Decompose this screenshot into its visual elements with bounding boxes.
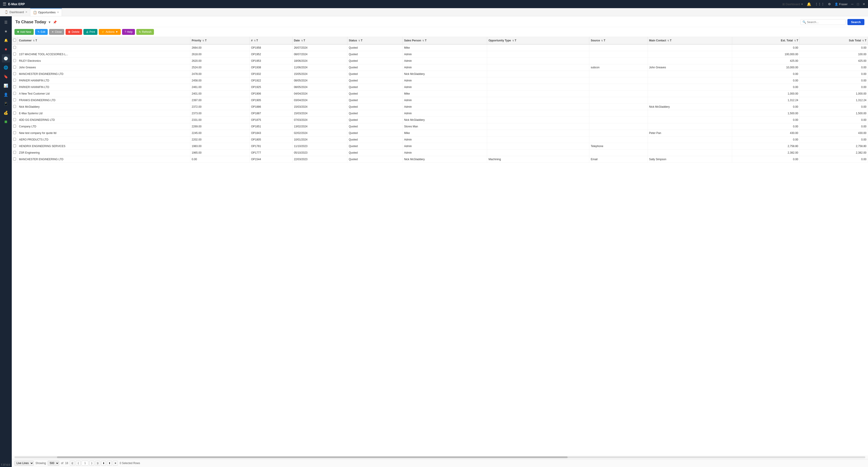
print-button[interactable]: 🖨 Print: [84, 29, 98, 35]
title-pin-icon[interactable]: 📌: [53, 20, 57, 24]
prev-page-button[interactable]: ⟨: [76, 461, 81, 466]
table-row[interactable]: 2664.00OP195826/07/2024QuotedMike0.000.0…: [12, 45, 868, 51]
search-button[interactable]: Search: [847, 19, 864, 25]
cell-main_contact: [648, 110, 732, 117]
sidebar-menu-icon[interactable]: ☰: [2, 18, 10, 26]
last-page-button[interactable]: ⟩⟩: [95, 461, 100, 466]
table-row[interactable]: HENDRIX ENGINEERING SERVICES1983.00OP178…: [12, 143, 868, 150]
header-sub-total[interactable]: Sub Total ⇅ T: [800, 37, 868, 45]
actions-button[interactable]: ⚡ Actions ▼: [99, 29, 121, 35]
row-checkbox[interactable]: [13, 118, 16, 121]
sidebar-globe-icon[interactable]: 🌐: [2, 63, 10, 71]
table-row[interactable]: 4DD GG ENGINEERING LTD2331.00OP187507/03…: [12, 117, 868, 123]
upload-button[interactable]: ⬆: [107, 461, 112, 466]
user-section[interactable]: 👤 Fraser: [835, 2, 848, 6]
row-checkbox[interactable]: [13, 92, 16, 95]
table-row[interactable]: FRANKS ENGINEERING LTD2397.00OP190503/04…: [12, 97, 868, 104]
row-checkbox[interactable]: [13, 53, 16, 55]
tab-opportunities-close-icon[interactable]: ✕: [57, 11, 59, 14]
row-checkbox[interactable]: [13, 131, 16, 134]
filter-select[interactable]: Live Lines: [14, 461, 34, 466]
table-row[interactable]: ZSR Engineering1965.00OP177705/10/2023Qu…: [12, 150, 868, 156]
sidebar-alerts-icon[interactable]: ■: [2, 45, 10, 53]
help-button[interactable]: ? Help: [122, 29, 135, 35]
delete-button[interactable]: 🗑 Delete: [66, 29, 82, 35]
grid-icon[interactable]: ⋮⋮⋮: [815, 2, 825, 6]
table-row[interactable]: Company LTD2269.00OP185113/02/2024Quoted…: [12, 123, 868, 130]
row-checkbox[interactable]: [13, 46, 16, 49]
row-checkbox[interactable]: [13, 138, 16, 141]
horizontal-scrollbar[interactable]: [14, 456, 865, 458]
header-opportunity-type[interactable]: Opportunity Type ⇅ T: [487, 37, 589, 45]
sidebar-reports-icon[interactable]: 📊: [2, 82, 10, 90]
row-checkbox[interactable]: [13, 144, 16, 147]
select-all-checkbox[interactable]: [13, 39, 16, 41]
table-row[interactable]: New test company for quote ltd2245.00OP1…: [12, 130, 868, 137]
hamburger-menu-icon[interactable]: ☰: [3, 2, 6, 6]
row-checkbox[interactable]: [13, 59, 16, 62]
header-est-total[interactable]: Est. Total ⇅ T: [732, 37, 800, 45]
sidebar-finance-icon[interactable]: 💰: [2, 109, 10, 117]
tab-opportunities[interactable]: 📋 Opportunities ✕: [30, 8, 62, 16]
row-checkbox[interactable]: [13, 125, 16, 127]
row-checkbox[interactable]: [13, 98, 16, 101]
table-row[interactable]: RILEY Electronics2620.00OP195318/06/2024…: [12, 58, 868, 64]
header-date[interactable]: Date ⇅ T: [292, 37, 347, 45]
table-row[interactable]: PARKER HANNIFIN LTD2458.00OP192208/05/20…: [12, 77, 868, 84]
sidebar-status-icon[interactable]: ■: [2, 118, 10, 126]
table-row[interactable]: John Greaves2524.00OP193811/06/2024Quote…: [12, 64, 868, 71]
edit-button[interactable]: ✎ Edit: [35, 29, 48, 35]
sidebar-favorites-icon[interactable]: ★: [2, 27, 10, 35]
cell-priority: 2664.00: [190, 45, 250, 51]
sidebar-contacts-icon[interactable]: 👤: [2, 90, 10, 99]
sidebar-recent-icon[interactable]: 🕐: [2, 54, 10, 62]
add-new-button[interactable]: ✚ Add New: [14, 29, 34, 35]
table-row[interactable]: E-Max Systems Ltd2373.00OP188715/03/2024…: [12, 110, 868, 117]
header-sales-person[interactable]: Sales Person ⇅ T: [403, 37, 487, 45]
table-row[interactable]: MANCHESTER ENGINEERING LTD2478.00OP19321…: [12, 71, 868, 77]
scrollbar-thumb[interactable]: [57, 456, 567, 458]
row-checkbox[interactable]: [13, 157, 16, 160]
header-hash[interactable]: # ⇅ T: [250, 37, 292, 45]
minimize-icon[interactable]: ─: [851, 2, 854, 6]
header-source[interactable]: Source ⇅ T: [589, 37, 648, 45]
dashboard-nav-btn[interactable]: ⊞ Dashboard ▼: [782, 2, 803, 6]
tab-dashboard-close-icon[interactable]: ✕: [25, 11, 27, 13]
row-checkbox[interactable]: [13, 66, 16, 68]
sidebar-bookmark-icon[interactable]: 🔖: [2, 72, 10, 81]
close-icon[interactable]: ✕: [863, 2, 865, 6]
header-main-contact[interactable]: Main Contact ⇅ T: [648, 37, 732, 45]
maximize-icon[interactable]: □: [857, 2, 859, 6]
cell-date: 26/07/2024: [292, 45, 347, 51]
table-row[interactable]: 1ST MACHINE TOOL ACCESORIES L...2618.00O…: [12, 51, 868, 58]
row-checkbox[interactable]: [13, 112, 16, 115]
refresh-button[interactable]: ↻ Refresh: [136, 29, 154, 35]
sidebar-notifications-icon[interactable]: 🔔: [2, 36, 10, 45]
bell-icon[interactable]: 🔔: [807, 2, 811, 6]
table-row[interactable]: AERO PRODUCTS LTD2202.00OP180510/01/2024…: [12, 137, 868, 143]
edit-label: Edit: [41, 30, 45, 33]
header-customer[interactable]: Customer ⇅ T: [18, 37, 190, 45]
first-page-button[interactable]: ⟨⟨: [70, 461, 75, 466]
close-button[interactable]: ✕ Close: [49, 29, 64, 35]
table-row[interactable]: A New Test Customer Ltd2401.00OP190604/0…: [12, 90, 868, 97]
tab-dashboard[interactable]: ⌚ Dashboard ✕: [2, 8, 30, 16]
table-row[interactable]: MANCHESTER ENGINEERING LTD0.00OP154422/0…: [12, 156, 868, 163]
row-checkbox[interactable]: [13, 151, 16, 154]
row-checkbox[interactable]: [13, 85, 16, 88]
header-status[interactable]: Status ⇅ T: [347, 37, 403, 45]
sidebar-phone-icon[interactable]: 📱: [2, 99, 10, 108]
download-button[interactable]: ⬇: [101, 461, 106, 466]
table-row[interactable]: PARKER HANNIFIN LTD2461.00OP192508/05/20…: [12, 84, 868, 90]
row-checkbox[interactable]: [13, 79, 16, 82]
settings-icon[interactable]: ⚙: [828, 2, 831, 6]
row-checkbox[interactable]: [13, 105, 16, 108]
title-dropdown-icon[interactable]: ▼: [48, 20, 51, 24]
search-input[interactable]: [807, 20, 843, 24]
row-checkbox[interactable]: [13, 72, 16, 75]
per-page-select[interactable]: 500 100 50: [48, 461, 59, 466]
header-priority[interactable]: Priority ⇅ T: [190, 37, 250, 45]
next-page-button[interactable]: ⟩: [89, 461, 94, 466]
clear-button[interactable]: ✕: [113, 461, 118, 466]
table-row[interactable]: Nick McGladdery2372.00OP188615/03/2024Qu…: [12, 104, 868, 110]
